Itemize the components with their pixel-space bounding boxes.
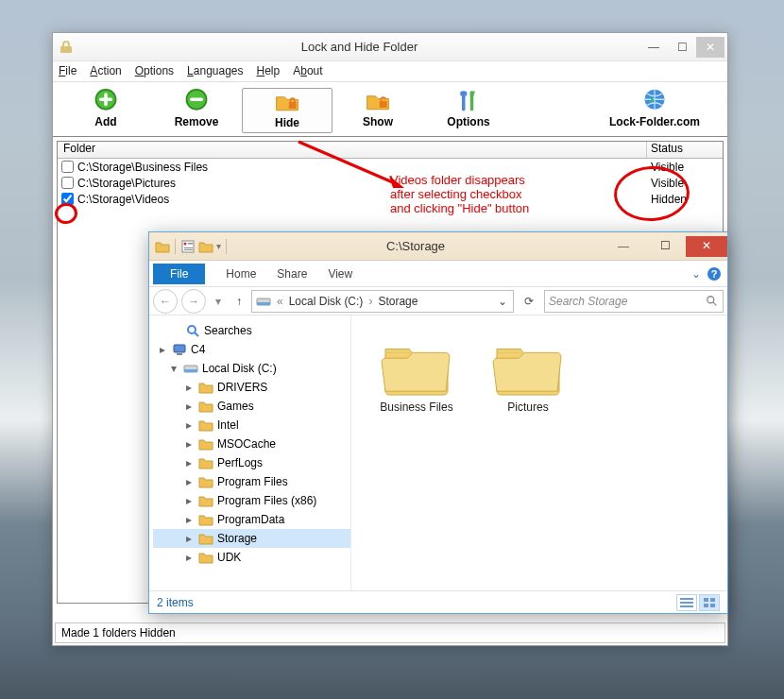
app-icon — [59, 40, 74, 55]
svg-rect-4 — [380, 101, 387, 108]
hide-button[interactable]: Hide — [242, 88, 332, 133]
folder-item[interactable]: Business Files — [380, 332, 453, 414]
svg-rect-19 — [257, 302, 270, 305]
ribbon-share-tab[interactable]: Share — [277, 267, 307, 281]
ribbon-home-tab[interactable]: Home — [226, 267, 256, 281]
column-folder[interactable]: Folder — [58, 142, 647, 158]
globe-icon — [641, 88, 668, 114]
folder-icon — [198, 550, 213, 565]
svg-rect-14 — [184, 247, 193, 248]
menu-action[interactable]: Action — [90, 64, 121, 78]
large-folder-icon — [491, 332, 565, 397]
tree-item[interactable]: ▸Games — [153, 397, 350, 416]
tree-item[interactable]: Searches — [204, 324, 252, 337]
breadcrumb-folder[interactable]: Storage — [378, 295, 418, 308]
tree-item[interactable]: C4 — [191, 343, 205, 356]
close-button[interactable]: ✕ — [696, 37, 724, 58]
show-button[interactable]: Show — [332, 88, 423, 133]
ribbon-expand-icon[interactable]: ⌄ — [691, 267, 701, 281]
nav-tree[interactable]: Searches ▸ C4 ▾ Local Disk (C:) ▸DRIVERS… — [149, 315, 351, 590]
svg-point-12 — [184, 242, 187, 245]
column-headers: Folder Status — [58, 142, 723, 159]
drive-icon — [183, 361, 198, 376]
folder-item[interactable]: Pictures — [491, 332, 565, 414]
qat-newfolder-icon[interactable] — [198, 239, 213, 254]
svg-rect-0 — [60, 46, 72, 53]
svg-text:?: ? — [711, 268, 718, 280]
column-status[interactable]: Status — [647, 142, 723, 158]
explorer-close-button[interactable]: ✕ — [686, 236, 727, 257]
tree-item[interactable]: ▸Program Files — [153, 472, 350, 491]
toolbar: Add Remove Hide Show Options Lock-Folder… — [53, 82, 727, 137]
folder-icon — [198, 512, 213, 527]
website-button[interactable]: Lock-Folder.com — [584, 88, 725, 133]
explorer-title: C:\Storage — [229, 239, 603, 253]
tree-item[interactable]: ▸PerfLogs — [153, 453, 350, 472]
view-details-button[interactable] — [676, 594, 697, 611]
explorer-window: ▾ C:\Storage — ☐ ✕ File Home Share View … — [148, 231, 728, 614]
explorer-statusbar: 2 items — [149, 590, 727, 613]
row-status: Visible — [647, 177, 723, 190]
explorer-titlebar[interactable]: ▾ C:\Storage — ☐ ✕ — [149, 232, 727, 261]
tree-item[interactable]: ▸Storage — [153, 529, 350, 548]
row-checkbox[interactable] — [61, 161, 74, 173]
svg-line-23 — [195, 332, 198, 336]
tree-item[interactable]: ▸Intel — [153, 416, 350, 435]
tree-item[interactable]: ▸UDK — [153, 548, 350, 567]
drive-icon — [256, 294, 271, 309]
help-icon[interactable]: ? — [707, 266, 722, 281]
large-folder-icon — [380, 332, 453, 397]
ribbon-view-tab[interactable]: View — [328, 267, 352, 281]
folder-unlock-icon — [365, 88, 391, 114]
maximize-button[interactable]: ☐ — [668, 37, 696, 58]
tree-item[interactable]: ▸DRIVERS — [153, 378, 350, 397]
tree-item[interactable]: ▸MSOCache — [153, 435, 350, 453]
titlebar[interactable]: Lock and Hide Folder — ☐ ✕ — [53, 33, 727, 61]
tree-item[interactable]: ▸Program Files (x86) — [153, 491, 350, 510]
computer-icon — [172, 342, 187, 357]
remove-button[interactable]: Remove — [151, 88, 242, 133]
svg-line-21 — [713, 301, 717, 305]
explorer-minimize-button[interactable]: — — [603, 236, 644, 257]
tree-item[interactable]: ▸ProgramData — [153, 510, 350, 529]
svg-rect-25 — [177, 353, 182, 355]
content-pane[interactable]: Business FilesPictures — [351, 315, 727, 590]
svg-rect-13 — [188, 243, 193, 245]
svg-rect-7 — [460, 92, 467, 96]
plus-icon — [93, 88, 119, 114]
tree-item[interactable]: Local Disk (C:) — [202, 362, 277, 375]
menu-options[interactable]: Options — [135, 64, 174, 78]
add-button[interactable]: Add — [60, 88, 151, 133]
row-checkbox[interactable] — [61, 177, 74, 189]
back-button[interactable]: ← — [153, 289, 178, 314]
breadcrumb[interactable]: « Local Disk (C:) › Storage ⌄ — [251, 290, 514, 313]
recent-button[interactable]: ▾ — [210, 289, 227, 314]
svg-rect-33 — [704, 604, 708, 607]
breadcrumb-disk[interactable]: Local Disk (C:) — [289, 295, 364, 308]
up-button[interactable]: ↑ — [230, 289, 247, 314]
forward-button[interactable]: → — [181, 289, 206, 314]
explorer-icon — [155, 239, 170, 254]
menu-file[interactable]: File — [59, 64, 77, 78]
menu-help[interactable]: Help — [257, 64, 281, 78]
row-checkbox[interactable] — [61, 193, 74, 205]
options-button[interactable]: Options — [423, 88, 514, 133]
menubar: File Action Options Languages Help About — [53, 61, 727, 82]
folder-icon — [198, 531, 213, 546]
view-icons-button[interactable] — [699, 594, 720, 611]
row-path: C:\Storage\Business Files — [77, 161, 647, 174]
status-text: Made 1 folders Hidden — [61, 626, 176, 639]
svg-point-20 — [707, 296, 714, 302]
folder-icon — [198, 436, 213, 452]
search-input[interactable]: Search Storage — [544, 290, 724, 313]
menu-about[interactable]: About — [293, 64, 322, 78]
folder-lock-icon — [274, 89, 300, 115]
qat-properties-icon[interactable] — [180, 239, 196, 254]
minimize-button[interactable]: — — [639, 37, 668, 58]
refresh-button[interactable]: ⟳ — [518, 290, 540, 313]
menu-languages[interactable]: Languages — [187, 64, 243, 78]
folder-icon — [198, 380, 213, 395]
explorer-maximize-button[interactable]: ☐ — [644, 236, 686, 257]
ribbon-file-tab[interactable]: File — [153, 264, 205, 284]
folder-icon — [198, 493, 213, 508]
